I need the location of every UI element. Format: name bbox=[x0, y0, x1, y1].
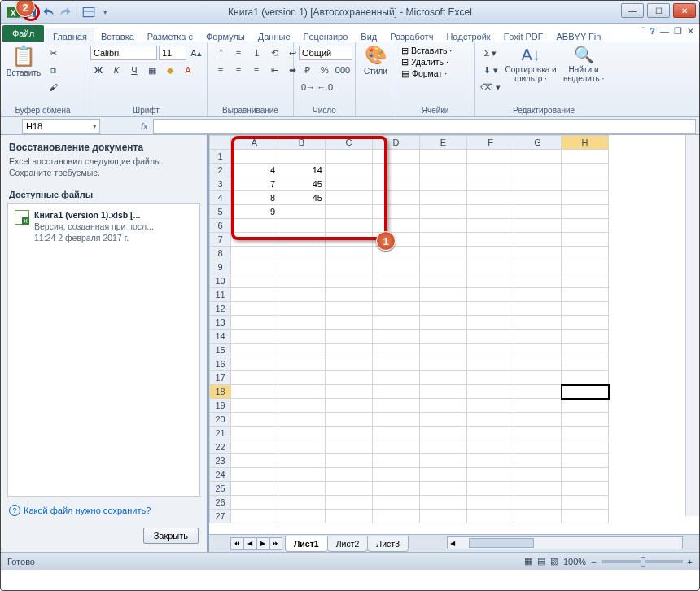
sort-filter-button[interactable]: A↓ Сортировка и фильтр · bbox=[505, 46, 557, 83]
cell[interactable] bbox=[326, 288, 373, 302]
cell[interactable] bbox=[514, 440, 562, 454]
ribbon-tab[interactable]: Рецензиро bbox=[297, 28, 355, 44]
cell[interactable] bbox=[420, 205, 467, 219]
cell[interactable] bbox=[562, 468, 609, 482]
cell[interactable] bbox=[373, 260, 420, 274]
orientation-button[interactable]: ⟲ bbox=[266, 46, 282, 60]
doc-restore-icon[interactable]: ❐ bbox=[674, 26, 682, 37]
ribbon-tab[interactable]: Данные bbox=[252, 28, 297, 44]
format-painter-button[interactable]: 🖌 bbox=[45, 80, 61, 94]
cell[interactable] bbox=[562, 150, 609, 164]
ribbon-tab[interactable]: Разработч bbox=[383, 28, 440, 44]
cell[interactable] bbox=[326, 316, 373, 330]
cell[interactable] bbox=[467, 344, 514, 357]
cell[interactable]: 14 bbox=[278, 164, 326, 177]
cell[interactable] bbox=[326, 260, 373, 274]
zoom-out-button[interactable]: − bbox=[591, 557, 596, 567]
cell[interactable] bbox=[514, 233, 562, 247]
sheet-nav-last[interactable]: ⏭ bbox=[269, 537, 282, 550]
qat-item-icon[interactable] bbox=[81, 5, 96, 20]
cell[interactable] bbox=[278, 413, 326, 427]
cell[interactable] bbox=[326, 427, 373, 440]
cell[interactable] bbox=[278, 316, 326, 330]
cell[interactable] bbox=[420, 302, 467, 316]
column-header[interactable]: B bbox=[278, 136, 326, 150]
row-header[interactable]: 19 bbox=[210, 399, 231, 413]
copy-button[interactable]: ⧉ bbox=[45, 63, 61, 77]
italic-button[interactable]: К bbox=[108, 63, 125, 77]
row-header[interactable]: 18 bbox=[210, 385, 231, 399]
cell[interactable] bbox=[562, 260, 609, 274]
cell[interactable] bbox=[562, 399, 609, 413]
undo-button[interactable] bbox=[42, 5, 56, 20]
cell[interactable] bbox=[562, 316, 609, 330]
cell[interactable] bbox=[467, 247, 514, 260]
cell[interactable] bbox=[326, 164, 373, 177]
row-header[interactable]: 22 bbox=[210, 440, 231, 454]
cell[interactable] bbox=[420, 177, 467, 191]
help-icon[interactable]: ? bbox=[650, 26, 655, 37]
cell[interactable] bbox=[373, 357, 420, 371]
cell[interactable] bbox=[467, 205, 514, 219]
cell[interactable] bbox=[467, 288, 514, 302]
find-select-button[interactable]: 🔍 Найти и выделить · bbox=[560, 46, 607, 83]
cell[interactable] bbox=[467, 260, 514, 274]
cell[interactable] bbox=[467, 440, 514, 454]
row-header[interactable]: 13 bbox=[210, 316, 231, 330]
cell[interactable] bbox=[231, 302, 278, 316]
column-header[interactable]: C bbox=[326, 136, 373, 150]
cell[interactable] bbox=[562, 191, 609, 205]
cell[interactable] bbox=[278, 440, 326, 454]
cell[interactable] bbox=[373, 177, 420, 191]
cell[interactable] bbox=[562, 288, 609, 302]
sheet-nav-first[interactable]: ⏮ bbox=[230, 537, 243, 550]
cell[interactable] bbox=[514, 205, 562, 219]
styles-button[interactable]: 🎨 Стили bbox=[361, 46, 391, 76]
cell[interactable] bbox=[562, 330, 609, 344]
row-header[interactable]: 11 bbox=[210, 288, 231, 302]
cell[interactable] bbox=[231, 330, 278, 344]
cell[interactable] bbox=[514, 260, 562, 274]
view-break-icon[interactable]: ▧ bbox=[550, 556, 558, 567]
cell[interactable] bbox=[373, 510, 420, 523]
cell[interactable] bbox=[278, 330, 326, 344]
name-box[interactable]: H18 bbox=[22, 119, 100, 134]
cell[interactable] bbox=[514, 344, 562, 357]
cell[interactable] bbox=[326, 330, 373, 344]
sheet-tab[interactable]: Лист2 bbox=[327, 536, 369, 552]
cell[interactable] bbox=[231, 468, 278, 482]
recovery-help-link[interactable]: ? Какой файл нужно сохранить? bbox=[1, 498, 207, 523]
ribbon-tab[interactable]: Вставка bbox=[94, 28, 141, 44]
cell[interactable] bbox=[373, 164, 420, 177]
clear-button[interactable]: ⌫ ▾ bbox=[479, 80, 501, 94]
cell[interactable] bbox=[373, 454, 420, 468]
row-header[interactable]: 12 bbox=[210, 302, 231, 316]
cell[interactable] bbox=[420, 385, 467, 399]
cell[interactable] bbox=[231, 385, 278, 399]
cell[interactable] bbox=[326, 399, 373, 413]
cell[interactable] bbox=[326, 177, 373, 191]
cell[interactable] bbox=[467, 302, 514, 316]
cell[interactable] bbox=[373, 219, 420, 233]
cell[interactable] bbox=[514, 191, 562, 205]
row-header[interactable]: 20 bbox=[210, 413, 231, 427]
cell[interactable] bbox=[373, 440, 420, 454]
cell[interactable] bbox=[231, 482, 278, 496]
sheet-nav-prev[interactable]: ◀ bbox=[243, 537, 256, 550]
cell[interactable] bbox=[420, 316, 467, 330]
cell[interactable]: 8 bbox=[231, 191, 278, 205]
cell[interactable] bbox=[420, 371, 467, 385]
column-header[interactable]: E bbox=[420, 136, 467, 150]
cell[interactable] bbox=[231, 260, 278, 274]
cell[interactable] bbox=[326, 302, 373, 316]
cell[interactable] bbox=[278, 260, 326, 274]
cell[interactable]: 7 bbox=[231, 177, 278, 191]
cell[interactable] bbox=[514, 164, 562, 177]
minimize-button[interactable]: — bbox=[621, 3, 644, 18]
cell[interactable] bbox=[562, 274, 609, 288]
cell[interactable] bbox=[514, 274, 562, 288]
cell[interactable] bbox=[467, 371, 514, 385]
row-header[interactable]: 26 bbox=[210, 496, 231, 510]
doc-minimize-icon[interactable]: — bbox=[660, 26, 669, 37]
row-header[interactable]: 8 bbox=[210, 247, 231, 260]
